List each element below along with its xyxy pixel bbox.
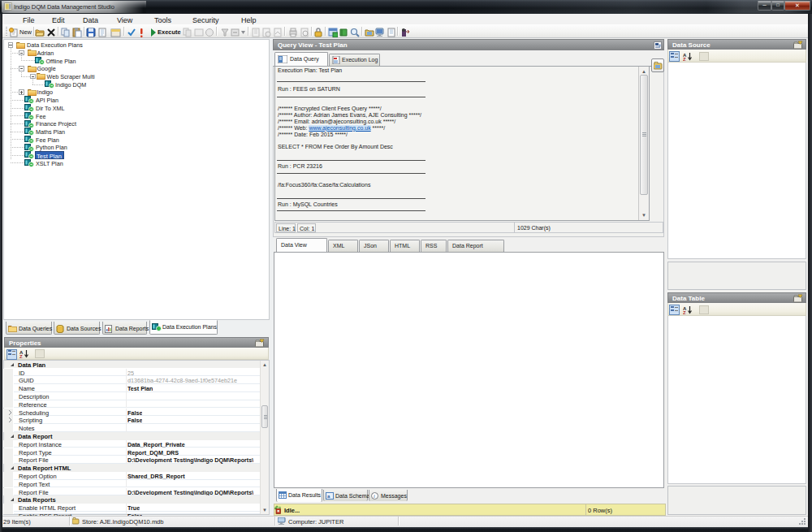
svg-text:Z: Z [683, 310, 686, 314]
svg-text:i: i [374, 493, 375, 499]
svg-text:Z: Z [19, 354, 23, 358]
svg-text:Z: Z [683, 57, 686, 61]
